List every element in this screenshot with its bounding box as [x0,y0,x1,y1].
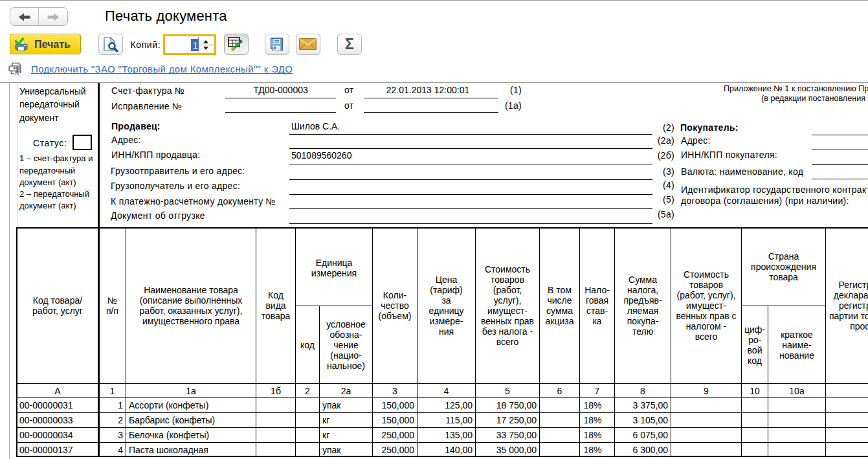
svg-text:R: R [15,70,19,76]
